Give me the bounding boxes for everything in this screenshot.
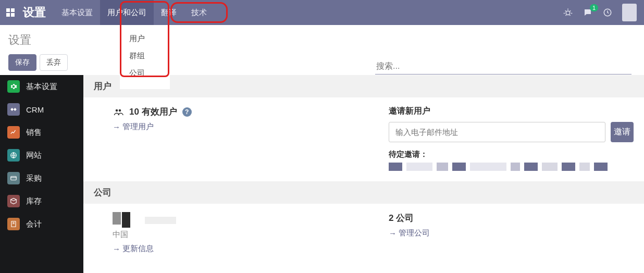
sidebar-item-label: 基本设置 — [26, 82, 57, 92]
credit-card-icon — [7, 172, 20, 184]
invite-email-input[interactable] — [389, 122, 605, 142]
sidebar-item-label: CRM — [26, 105, 44, 114]
gear-icon — [7, 80, 20, 93]
save-button[interactable]: 保存 — [8, 54, 36, 71]
main-area: 基本设置 CRM 销售 网站 采购 库存 会计 用户 — [0, 75, 644, 273]
nav-general[interactable]: 基本设置 — [54, 0, 100, 25]
users-icon — [113, 107, 124, 117]
apps-menu-button[interactable] — [0, 0, 21, 25]
app-title: 设置 — [21, 5, 54, 20]
sidebar-item-label: 库存 — [26, 196, 42, 206]
sidebar-item-crm[interactable]: CRM — [0, 98, 83, 121]
manage-companies-link[interactable]: 管理公司 — [389, 228, 430, 238]
company-logo-row — [113, 212, 357, 229]
nav-technical[interactable]: 技术 — [184, 0, 214, 25]
company-country: 中国 — [113, 230, 357, 240]
bug-icon[interactable] — [563, 7, 573, 18]
section-body-users: 10 有效用户 ? 管理用户 邀请新用户 邀请 待定邀请： — [83, 97, 644, 181]
sidebar-item-label: 会计 — [26, 219, 42, 229]
control-panel: 设置 保存 丢弃 — [0, 25, 644, 75]
users-left-col: 10 有效用户 ? 管理用户 — [113, 106, 357, 171]
active-users-line: 10 有效用户 ? — [113, 106, 357, 118]
sidebar-item-sales[interactable]: 销售 — [0, 121, 83, 144]
pending-invites-label: 待定邀请： — [389, 150, 634, 159]
sidebar-item-general[interactable]: 基本设置 — [0, 75, 83, 98]
invite-title: 邀请新用户 — [389, 106, 634, 117]
company-left-col: 中国 更新信息 — [113, 212, 357, 254]
apps-grid-icon — [6, 8, 15, 17]
dropdown-item-groups[interactable]: 群组 — [120, 47, 170, 65]
box-icon — [7, 195, 20, 207]
section-header-company: 公司 — [83, 181, 644, 204]
update-company-link[interactable]: 更新信息 — [113, 244, 154, 254]
settings-sidebar: 基本设置 CRM 销售 网站 采购 库存 会计 — [0, 75, 83, 273]
messaging-badge: 1 — [590, 4, 598, 11]
sidebar-item-label: 网站 — [26, 151, 42, 160]
company-logo-icon — [113, 212, 138, 229]
dropdown-item-companies[interactable]: 公司 — [120, 65, 170, 82]
sidebar-item-label: 销售 — [26, 128, 42, 138]
sidebar-item-label: 采购 — [26, 173, 42, 183]
svg-rect-3 — [11, 177, 17, 180]
company-right-col: 2 公司 管理公司 — [389, 212, 634, 254]
search-input[interactable] — [375, 58, 631, 75]
topbar-right: 1 — [563, 4, 644, 21]
svg-point-0 — [566, 11, 570, 15]
action-bar: 保存 丢弃 — [8, 54, 68, 71]
sidebar-item-accounting[interactable]: 会计 — [0, 213, 83, 235]
discard-button[interactable]: 丢弃 — [40, 54, 68, 71]
svg-point-6 — [119, 109, 121, 111]
search-box — [375, 58, 631, 75]
manage-users-link[interactable]: 管理用户 — [113, 122, 154, 132]
pending-invites-list — [389, 163, 634, 171]
users-companies-dropdown: 用户 群组 公司 — [120, 25, 170, 89]
nav-translate[interactable]: 翻译 — [154, 0, 184, 25]
topbar: 设置 基本设置 用户和公司 翻译 技术 1 — [0, 0, 644, 25]
company-count-line: 2 公司 — [389, 212, 634, 224]
book-icon — [7, 218, 20, 230]
messaging-icon[interactable]: 1 — [583, 7, 593, 18]
handshake-icon — [7, 103, 20, 116]
invite-button[interactable]: 邀请 — [611, 122, 634, 142]
breadcrumb: 设置 — [8, 32, 31, 48]
section-body-company: 中国 更新信息 2 公司 管理公司 — [83, 204, 644, 264]
settings-content: 用户 10 有效用户 ? 管理用户 邀请新用户 邀请 待定邀请： — [83, 75, 644, 273]
globe-icon — [7, 149, 20, 162]
activity-icon[interactable] — [602, 7, 613, 18]
svg-point-5 — [116, 109, 118, 111]
user-avatar[interactable] — [622, 4, 637, 21]
sidebar-item-website[interactable]: 网站 — [0, 144, 83, 167]
users-right-col: 邀请新用户 邀请 待定邀请： — [389, 106, 634, 171]
top-navigation: 基本设置 用户和公司 翻译 技术 — [54, 0, 214, 25]
sidebar-item-inventory[interactable]: 库存 — [0, 190, 83, 213]
help-icon[interactable]: ? — [182, 107, 192, 117]
company-name-redacted — [145, 217, 176, 224]
nav-users-companies[interactable]: 用户和公司 — [100, 0, 154, 25]
active-users-count: 10 有效用户 — [129, 106, 177, 118]
dropdown-item-users[interactable]: 用户 — [120, 30, 170, 47]
chart-line-icon — [7, 126, 20, 139]
sidebar-item-purchase[interactable]: 采购 — [0, 167, 83, 190]
